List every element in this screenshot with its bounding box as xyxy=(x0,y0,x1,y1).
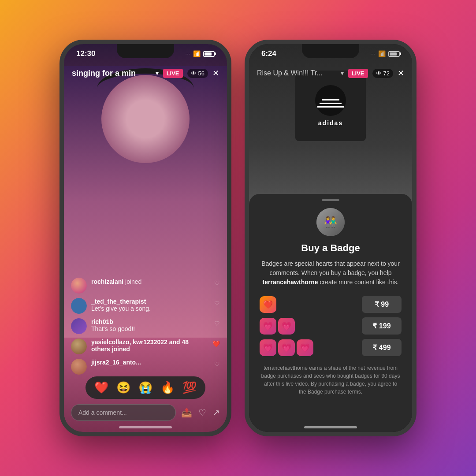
stream-title-2: Rise Up & Win!!! Tr... xyxy=(257,69,336,77)
wifi-icon-1: 📶 xyxy=(193,50,201,57)
close-button-2[interactable]: ✕ xyxy=(398,68,404,78)
comment-text: joined xyxy=(125,278,141,285)
comment-avatar-rich xyxy=(71,318,87,334)
sheet-handle xyxy=(322,199,339,201)
badge-options: ❤️ ₹ 99 💗 💗 ₹ 199 💗 💗 xyxy=(260,296,402,356)
input-action-icons: 📤 ♡ ↗ xyxy=(181,407,220,418)
heart-badge-pink-3: 💗 xyxy=(260,339,276,356)
comment-text: Let's give you a song. xyxy=(91,305,210,312)
comment-avatar-ted xyxy=(71,298,87,314)
comment-row: _ted_the_therapist Let's give you a song… xyxy=(71,298,220,314)
home-indicator-2 xyxy=(304,426,357,428)
emoji-100[interactable]: 💯 xyxy=(182,381,197,394)
comment-body-rochizalani: rochizalani joined xyxy=(91,278,210,286)
wifi-icon-2: 📶 xyxy=(378,50,386,57)
heart-icon[interactable]: ♡ xyxy=(214,279,220,286)
comment-username: yasielcollazo, kwr1232022 and 48 others … xyxy=(91,338,208,353)
emoji-heart[interactable]: ❤️ xyxy=(94,381,108,394)
badge-username: terrancehawthorne xyxy=(263,279,318,286)
live-badge-2: LIVE xyxy=(348,69,368,78)
adidas-hat: adidas xyxy=(295,71,366,141)
heart-badge-orange: ❤️ xyxy=(260,296,276,313)
comment-body-ted: _ted_the_therapist Let's give you a song… xyxy=(91,298,210,312)
emoji-reaction-bar: ❤️ 😆 😭 🔥 💯 xyxy=(86,376,205,399)
comments-area: rochizalani joined ♡ _ted_the_therapist … xyxy=(64,278,227,379)
status-icons-1: ··· 📶 xyxy=(186,50,215,57)
emoji-cry[interactable]: 😭 xyxy=(138,381,152,394)
emoji-fire[interactable]: 🔥 xyxy=(160,381,175,394)
comment-text: That's so good!! xyxy=(91,325,210,332)
status-time-1: 12:30 xyxy=(76,49,95,58)
badge-price-button-2[interactable]: ₹ 199 xyxy=(362,317,402,335)
badge-description: Badges are special hearts that appear ne… xyxy=(260,259,402,287)
live-header-2: Rise Up & Win!!! Tr... ▾ LIVE 👁 72 ✕ xyxy=(249,68,412,78)
battery-icon-1 xyxy=(203,51,215,57)
heart-badge-pink-2: 💗 xyxy=(278,318,295,335)
heart-icon[interactable]: ♡ xyxy=(214,320,220,327)
close-button-1[interactable]: ✕ xyxy=(212,68,219,78)
badge-desc-part1: Badges are special hearts that appear ne… xyxy=(261,260,400,276)
comment-avatar-jijsra xyxy=(71,359,87,375)
comment-row: yasielcollazo, kwr1232022 and 48 others … xyxy=(71,338,220,354)
comment-body-jijsra: jijsra2_16_anto... xyxy=(91,359,210,366)
badge-hearts-1: ❤️ xyxy=(260,296,276,313)
heart-icon-filled[interactable]: ❤️ xyxy=(212,340,220,347)
status-time-2: 6:24 xyxy=(261,49,276,58)
badge-footer-text: terrancehawthorne earns a share of the n… xyxy=(260,364,402,396)
live-header-1: singing for a min ▾ LIVE 👁 56 ✕ xyxy=(64,68,227,78)
badge-avatar: 👫 xyxy=(316,208,345,236)
viewer-count-1: 👁 56 xyxy=(187,69,208,78)
comment-row: rochizalani joined ♡ xyxy=(71,278,220,294)
comment-input-bar: Add a comment... 📤 ♡ ↗ xyxy=(71,404,220,421)
emoji-laugh[interactable]: 😆 xyxy=(116,381,130,394)
comment-username: jijsra2_16_anto... xyxy=(91,359,210,366)
badge-desc-part2: create more content like this. xyxy=(318,279,399,286)
comment-input[interactable]: Add a comment... xyxy=(71,404,176,421)
live-badge-1: LIVE xyxy=(163,69,183,78)
battery-icon-2 xyxy=(388,51,400,57)
heart-badge-pink-5: 💗 xyxy=(297,339,313,356)
badge-hearts-3: 💗 💗 💗 xyxy=(260,339,313,356)
comment-avatar-rochizalani xyxy=(71,278,87,294)
heart-icon[interactable]: ♡ xyxy=(214,361,220,368)
like-icon[interactable]: ♡ xyxy=(198,407,206,418)
comment-body-rich: rich01b That's so good!! xyxy=(91,318,210,332)
heart-badge-pink-1: 💗 xyxy=(260,318,276,335)
status-bar-1: 12:30 ··· 📶 xyxy=(64,44,227,61)
badge-option-3[interactable]: 💗 💗 💗 ₹ 499 xyxy=(260,339,402,356)
comment-avatar-yasiel xyxy=(71,338,87,354)
phone2-content: adidas 6:24 ··· 📶 Rise Up & Win!!! Tr...… xyxy=(249,44,412,432)
comment-username: _ted_the_therapist xyxy=(91,298,210,305)
activity-icon[interactable]: ↗ xyxy=(212,407,220,418)
phone1-content: 12:30 ··· 📶 singing for a min ▾ LIVE 👁 5… xyxy=(64,44,227,432)
badge-option-2[interactable]: 💗 💗 ₹ 199 xyxy=(260,317,402,335)
comment-body-yasiel: yasielcollazo, kwr1232022 and 48 others … xyxy=(91,338,208,353)
status-icons-2: ··· 📶 xyxy=(371,50,400,57)
phone-2: adidas 6:24 ··· 📶 Rise Up & Win!!! Tr...… xyxy=(245,40,416,436)
badge-hearts-2: 💗 💗 xyxy=(260,318,295,335)
chevron-down-1[interactable]: ▾ xyxy=(156,70,159,77)
dots-icon-1: ··· xyxy=(186,52,190,56)
dots-icon-2: ··· xyxy=(371,52,376,56)
chevron-down-2[interactable]: ▾ xyxy=(341,70,344,77)
badge-avatar-container: 👫 xyxy=(260,208,402,236)
comment-username: rochizalani xyxy=(91,278,125,285)
status-bar-2: 6:24 ··· 📶 xyxy=(249,44,412,61)
viewer-count-2: 👁 72 xyxy=(372,69,393,78)
badge-price-button-1[interactable]: ₹ 99 xyxy=(362,296,402,313)
comment-row: jijsra2_16_anto... ♡ xyxy=(71,359,220,375)
stream-title-1: singing for a min xyxy=(72,69,151,78)
viewer-number-2: 72 xyxy=(383,70,390,77)
badge-price-button-3[interactable]: ₹ 499 xyxy=(362,339,402,356)
heart-icon[interactable]: ♡ xyxy=(214,300,220,307)
share-icon[interactable]: 📤 xyxy=(181,407,192,418)
badge-option-1[interactable]: ❤️ ₹ 99 xyxy=(260,296,402,313)
eye-icon-2: 👁 xyxy=(376,70,382,77)
adidas-text: adidas xyxy=(318,119,343,126)
badge-sheet: 👫 Buy a Badge Badges are special hearts … xyxy=(249,194,412,432)
comment-row: rich01b That's so good!! ♡ xyxy=(71,318,220,334)
heart-badge-pink-4: 💗 xyxy=(278,339,295,356)
viewer-number-1: 56 xyxy=(198,70,205,77)
home-indicator-1 xyxy=(119,426,172,428)
eye-icon-1: 👁 xyxy=(191,70,197,77)
